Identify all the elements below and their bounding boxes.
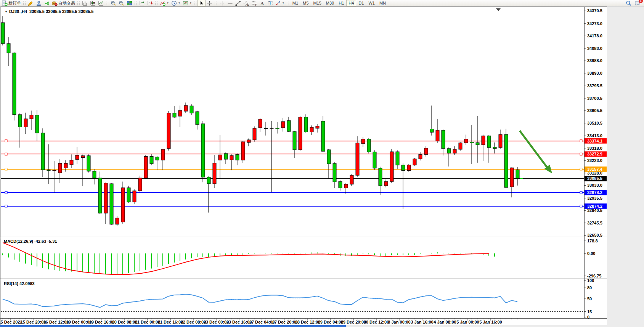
candle-body	[390, 152, 393, 181]
candle-body	[253, 128, 256, 140]
expert-icon	[36, 0, 42, 6]
candle-body	[424, 148, 428, 154]
toolbar-shift-chart-end-button[interactable]	[138, 0, 146, 6]
toolbar-notifications-button[interactable]: 1	[634, 0, 640, 6]
date-tick-label: 29 Dec 20:00	[341, 320, 366, 324]
candle-body	[516, 170, 519, 178]
candle-body	[87, 155, 90, 171]
notification-badge: 1	[639, 0, 643, 3]
candle-body	[413, 159, 416, 165]
label-t-icon: T	[267, 0, 273, 6]
candle-body	[75, 155, 79, 159]
candle-body	[1, 22, 5, 43]
svg-text:A: A	[260, 0, 264, 6]
toolbar-indicators-button[interactable]: ▼	[159, 0, 170, 6]
timeframe-W1-button[interactable]: W1	[366, 0, 377, 6]
price-tick-label: 32840.5	[587, 208, 602, 213]
timeframe-H4-button[interactable]: H4	[346, 0, 356, 6]
date-tick-label: 5 Jan 16:00	[479, 320, 502, 324]
toolbar-bar-chart-button[interactable]	[81, 0, 89, 6]
toolbar-periods-button[interactable]: ▼	[170, 0, 181, 6]
candle-body	[30, 115, 33, 119]
indicators-icon	[160, 0, 165, 6]
toolbar-line-chart-button[interactable]	[97, 0, 105, 6]
candle-body	[436, 130, 439, 141]
toolbar-separator	[77, 1, 80, 5]
toolbar-cursor-button[interactable]	[198, 0, 206, 6]
toolbar-templates-button[interactable]: ▼	[181, 0, 193, 6]
line-anchor[interactable]	[5, 153, 7, 155]
toolbar-trendline-button[interactable]	[234, 0, 242, 6]
line-anchor[interactable]	[580, 191, 582, 194]
symbol-dropdown-icon[interactable]: ▼	[5, 10, 8, 13]
chevron-down-icon[interactable]: ▼	[167, 2, 169, 4]
price-tick-label: 33033.0	[587, 183, 602, 188]
line-anchor[interactable]	[5, 205, 7, 207]
toolbar-separator	[194, 1, 196, 5]
timeframe-D1-button[interactable]: D1	[356, 0, 366, 6]
line-anchor[interactable]	[580, 168, 582, 170]
toolbar-zoom-out-button[interactable]	[117, 0, 125, 6]
shift-end-icon	[139, 0, 145, 6]
toolbar-crosshair-button[interactable]	[206, 0, 214, 6]
toolbar-market-watch-button[interactable]	[35, 0, 43, 6]
line-anchor[interactable]	[5, 191, 7, 194]
price-tag-33374.1: 33374.1	[585, 138, 607, 144]
toolbar-equidistant-channel-button[interactable]: E	[242, 0, 250, 6]
toolbar-tile-windows-button[interactable]	[125, 0, 133, 6]
candle-body	[310, 127, 313, 132]
toolbar-text-label-button[interactable]: T	[266, 0, 274, 6]
chevron-down-icon[interactable]: ▼	[282, 2, 284, 4]
toolbar-horizontal-line-button[interactable]	[226, 0, 234, 6]
line-anchor[interactable]	[580, 140, 582, 142]
toolbar-fibonacci-retracement-button[interactable]: F	[250, 0, 258, 6]
toolbar-candlestick-chart-button[interactable]	[89, 0, 97, 6]
price-tick-label: 33893.0	[587, 71, 602, 75]
price-tick-label: 33605.5	[587, 108, 602, 113]
price-tag-32874.2: 32874.2	[585, 204, 607, 209]
toolbar-separator	[155, 1, 157, 5]
chevron-down-icon[interactable]: ▼	[178, 2, 180, 4]
vline-icon	[219, 0, 225, 6]
timeframe-H1-button[interactable]: H1	[336, 0, 346, 6]
price-tag-32978.2: 32978.2	[585, 190, 607, 195]
toolbar-arrows-button[interactable]: ▼	[274, 0, 286, 6]
toolbar-zoom-in-button[interactable]	[109, 0, 117, 6]
toolbar-text-button[interactable]: A	[258, 0, 266, 6]
candle-body	[304, 117, 308, 132]
timeframe-M5-button[interactable]: M5	[300, 0, 311, 6]
toolbar-styler-button[interactable]	[27, 0, 35, 6]
time-axis[interactable]: 15 Dec 202215 Dec 20:0016 Dec 12:0019 De…	[0, 319, 517, 324]
line-anchor[interactable]	[5, 168, 7, 170]
timeframe-M1-button[interactable]: M1	[290, 0, 300, 6]
timeframe-MN-button[interactable]: MN	[377, 0, 388, 6]
tile-icon	[127, 0, 132, 6]
chart-bars-icon	[82, 0, 88, 6]
chevron-down-icon[interactable]: ▼	[190, 2, 192, 4]
chart-background	[0, 6, 607, 325]
date-tick-label: 19 Dec 00:00	[66, 320, 92, 324]
line-anchor[interactable]	[5, 140, 7, 142]
line-anchor[interactable]	[580, 153, 582, 155]
candle-body	[18, 115, 22, 127]
candle-body	[138, 178, 142, 191]
candle-body	[419, 154, 422, 159]
candle-body	[13, 53, 16, 115]
toolbar-vertical-line-button[interactable]	[218, 0, 226, 6]
chart-canvas[interactable]: 34370.534273.034178.034083.033988.033893…	[0, 0, 644, 327]
candle-body	[201, 124, 205, 177]
candle-body	[476, 143, 479, 145]
toolbar-signals-button[interactable]	[43, 0, 51, 6]
toolbar-search-button[interactable]	[626, 0, 631, 6]
toolbar-new-order-button[interactable]: 新订单	[1, 0, 22, 6]
line-anchor[interactable]	[580, 205, 582, 207]
toolbar-auto-trading-button[interactable]: 自动交易	[51, 0, 76, 6]
timeframe-M15-button[interactable]: M15	[311, 0, 323, 6]
timeframe-M30-button[interactable]: M30	[324, 0, 336, 6]
trendline-icon	[235, 0, 241, 6]
toolbar-separator	[23, 1, 26, 5]
toolbar-auto-scroll-button[interactable]	[146, 0, 154, 6]
price-tick-label: 33988.0	[587, 58, 602, 63]
auto-scroll-icon	[147, 0, 153, 6]
date-tick-label: 30 Dec 12:00	[364, 320, 389, 324]
